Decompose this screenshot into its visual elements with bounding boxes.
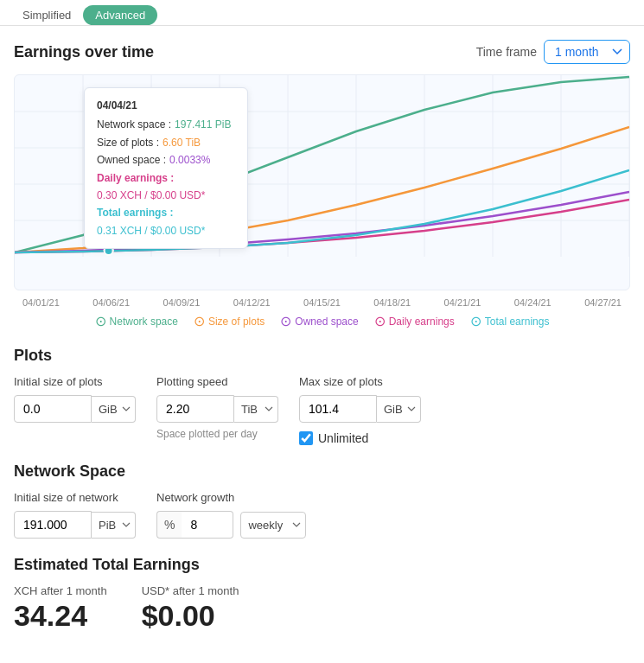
max-size-unit[interactable]: GiBTiBPiB [377, 396, 421, 423]
tooltip-row-total: Total earnings : [97, 204, 235, 221]
chart-legend: ⊙ Network space ⊙ Size of plots ⊙ Owned … [14, 313, 630, 329]
max-size-label: Max size of plots [299, 375, 421, 388]
initial-size-input[interactable] [14, 395, 92, 423]
network-initial-size-group: Initial size of network GiBTiBPiB [14, 491, 136, 539]
initial-size-group: Initial size of plots GiBTiBPiB [14, 375, 136, 423]
tooltip-row-total-value: 0.31 XCH / $0.00 USD* [97, 222, 235, 239]
usd-earnings-item: USD* after 1 month $0.00 [142, 584, 239, 633]
network-fields-row: Initial size of network GiBTiBPiB Networ… [14, 491, 630, 539]
max-size-input-row: GiBTiBPiB [299, 395, 421, 423]
usd-label: USD* after 1 month [142, 584, 239, 597]
tooltip-row-daily-value: 0.30 XCH / $0.00 USD* [97, 187, 235, 204]
legend-owned-space[interactable]: ⊙ Owned space [280, 313, 358, 329]
tab-simplified[interactable]: Simplified [10, 5, 83, 25]
earnings-title: Earnings over time [14, 43, 154, 61]
legend-size-of-plots[interactable]: ⊙ Size of plots [194, 313, 265, 329]
network-growth-input-row: % dailyweeklymonthly [156, 511, 306, 539]
initial-size-input-row: GiBTiBPiB [14, 395, 136, 423]
network-section: Network Space Initial size of network Gi… [14, 462, 630, 539]
x-label-1: 04/06/21 [92, 297, 130, 308]
legend-daily-earnings[interactable]: ⊙ Daily earnings [374, 313, 455, 329]
plotting-speed-input[interactable] [156, 395, 234, 423]
tooltip-date: 04/04/21 [97, 97, 235, 114]
chart-container: 04/04/21 Network space : 197.411 PiB Siz… [14, 74, 630, 290]
tooltip-row-owned: Owned space : 0.0033% [97, 151, 235, 169]
x-label-7: 04/24/21 [514, 297, 552, 308]
tooltip-row-daily: Daily earnings : [97, 169, 235, 187]
plots-section: Plots Initial size of plots GiBTiBPiB Pl… [14, 347, 630, 445]
chart-tooltip: 04/04/21 Network space : 197.411 PiB Siz… [84, 87, 248, 249]
percent-prefix: % [156, 511, 182, 539]
tab-advanced[interactable]: Advanced [83, 5, 157, 25]
initial-size-unit[interactable]: GiBTiBPiB [92, 396, 136, 423]
xch-earnings-item: XCH after 1 month 34.24 [14, 584, 107, 633]
network-initial-size-label: Initial size of network [14, 491, 136, 504]
plotting-speed-sublabel: Space plotted per day [156, 428, 278, 440]
earnings-header: Earnings over time Time frame 1 month 1 … [14, 40, 630, 64]
growth-period-select[interactable]: dailyweeklymonthly [240, 512, 306, 539]
x-label-3: 04/12/21 [233, 297, 271, 308]
max-size-input[interactable] [299, 395, 377, 423]
xch-label: XCH after 1 month [14, 584, 107, 597]
legend-total-earnings[interactable]: ⊙ Total earnings [470, 313, 550, 329]
unlimited-checkbox[interactable] [299, 431, 313, 445]
initial-size-label: Initial size of plots [14, 375, 136, 388]
plotting-speed-input-row: GiBTiBPiB [156, 395, 278, 423]
network-growth-group: Network growth % dailyweeklymonthly [156, 491, 306, 539]
tooltip-row-plots: Size of plots : 6.60 TiB [97, 134, 235, 151]
legend-network-space[interactable]: ⊙ Network space [95, 313, 178, 329]
estimated-section: Estimated Total Earnings XCH after 1 mon… [14, 556, 630, 633]
unlimited-label[interactable]: Unlimited [318, 431, 368, 445]
estimated-title: Estimated Total Earnings [14, 556, 630, 574]
timeframe-label: Time frame [476, 45, 537, 59]
x-label-5: 04/18/21 [373, 297, 411, 308]
x-label-8: 04/27/21 [584, 297, 622, 308]
plotting-speed-group: Plotting speed GiBTiBPiB Space plotted p… [156, 375, 278, 440]
xch-value: 34.24 [14, 599, 107, 633]
network-initial-size-input-row: GiBTiBPiB [14, 511, 136, 539]
x-label-6: 04/21/21 [444, 297, 481, 308]
unlimited-row: Unlimited [299, 431, 421, 445]
tab-bar: Simplified Advanced [0, 0, 644, 26]
timeframe-select[interactable]: 1 month 1 week 3 months 6 months 1 year [544, 40, 630, 64]
x-label-2: 04/09/21 [163, 297, 201, 308]
network-growth-input[interactable] [182, 511, 233, 539]
plots-title: Plots [14, 347, 630, 365]
plotting-speed-unit[interactable]: GiBTiBPiB [234, 396, 278, 423]
plots-fields-row: Initial size of plots GiBTiBPiB Plotting… [14, 375, 630, 445]
percent-prefix-row: % [156, 511, 233, 539]
usd-value: $0.00 [142, 599, 239, 633]
main-content: Earnings over time Time frame 1 month 1 … [0, 26, 644, 663]
x-label-4: 04/15/21 [303, 297, 341, 308]
network-initial-size-input[interactable] [14, 511, 92, 539]
earnings-row: XCH after 1 month 34.24 USD* after 1 mon… [14, 584, 630, 633]
network-title: Network Space [14, 462, 630, 481]
x-label-0: 04/01/21 [22, 297, 60, 308]
tooltip-row-network: Network space : 197.411 PiB [97, 116, 235, 133]
max-size-group: Max size of plots GiBTiBPiB Unlimited [299, 375, 421, 445]
timeframe-group: Time frame 1 month 1 week 3 months 6 mon… [476, 40, 630, 64]
network-initial-size-unit[interactable]: GiBTiBPiB [92, 512, 136, 539]
network-growth-label: Network growth [156, 491, 306, 504]
plotting-speed-label: Plotting speed [156, 375, 278, 388]
x-axis: 04/01/21 04/06/21 04/09/21 04/12/21 04/1… [14, 297, 630, 308]
